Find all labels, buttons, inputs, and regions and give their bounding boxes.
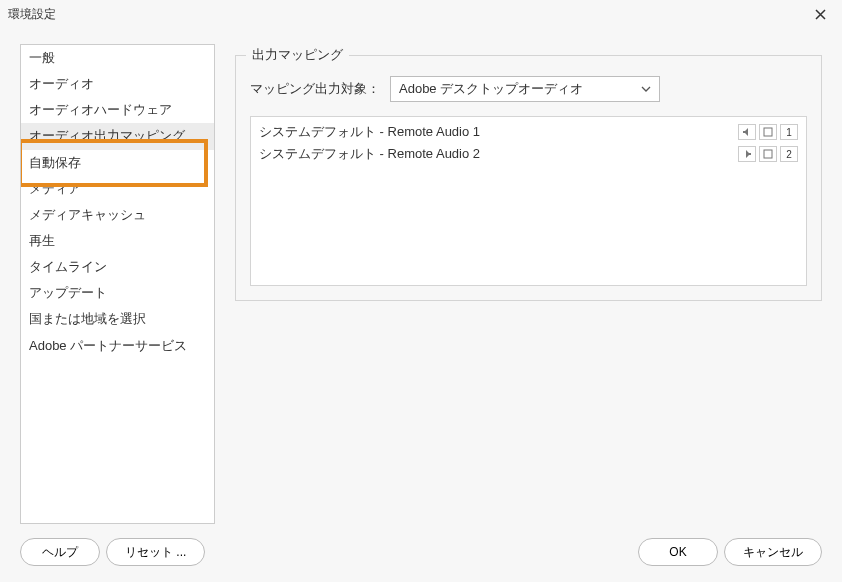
mapping-target-row: マッピング出力対象： Adobe デスクトップオーディオ (250, 76, 807, 102)
sidebar-item[interactable]: 一般 (21, 45, 214, 71)
chevron-down-icon (641, 84, 651, 94)
channel-icon[interactable] (759, 146, 777, 162)
footer-right: OK キャンセル (638, 538, 822, 566)
channel-icon[interactable] (759, 124, 777, 140)
svg-rect-1 (764, 150, 772, 158)
sidebar-item[interactable]: オーディオハードウェア (21, 97, 214, 123)
channel-number[interactable]: 2 (780, 146, 798, 162)
fieldset-legend: 出力マッピング (246, 46, 349, 64)
ok-button[interactable]: OK (638, 538, 718, 566)
sidebar-list: 一般オーディオオーディオハードウェアオーディオ出力マッピング自動保存メディアメデ… (21, 45, 214, 359)
mapping-list: システムデフォルト - Remote Audio 1 1 システムデフォルト -… (250, 116, 807, 286)
close-icon (815, 9, 826, 20)
close-button[interactable] (806, 0, 834, 28)
output-mapping-fieldset: 出力マッピング マッピング出力対象： Adobe デスクトップオーディオ システ… (235, 46, 822, 301)
sidebar-item[interactable]: オーディオ (21, 71, 214, 97)
sidebar-item[interactable]: メディアキャッシュ (21, 202, 214, 228)
cancel-button[interactable]: キャンセル (724, 538, 822, 566)
mapping-target-select[interactable]: Adobe デスクトップオーディオ (390, 76, 660, 102)
titlebar: 環境設定 (0, 0, 842, 28)
main-panel: 出力マッピング マッピング出力対象： Adobe デスクトップオーディオ システ… (235, 44, 822, 524)
sidebar-item[interactable]: 再生 (21, 228, 214, 254)
mapping-item-label: システムデフォルト - Remote Audio 1 (259, 123, 738, 141)
content-area: 一般オーディオオーディオハードウェアオーディオ出力マッピング自動保存メディアメデ… (0, 28, 842, 532)
footer: ヘルプ リセット ... OK キャンセル (0, 532, 842, 582)
sidebar-item[interactable]: Adobe パートナーサービス (21, 333, 214, 359)
mapping-item[interactable]: システムデフォルト - Remote Audio 1 1 (255, 121, 802, 143)
window-title: 環境設定 (8, 6, 806, 23)
sidebar-item[interactable]: オーディオ出力マッピング (21, 123, 214, 149)
speaker-left-icon[interactable] (738, 124, 756, 140)
mapping-item-label: システムデフォルト - Remote Audio 2 (259, 145, 738, 163)
mapping-item[interactable]: システムデフォルト - Remote Audio 2 2 (255, 143, 802, 165)
sidebar: 一般オーディオオーディオハードウェアオーディオ出力マッピング自動保存メディアメデ… (20, 44, 215, 524)
mapping-target-value: Adobe デスクトップオーディオ (399, 80, 583, 98)
channel-number[interactable]: 1 (780, 124, 798, 140)
mapping-item-icons: 2 (738, 146, 798, 162)
preferences-window: 環境設定 一般オーディオオーディオハードウェアオーディオ出力マッピング自動保存メ… (0, 0, 842, 582)
sidebar-item[interactable]: メディア (21, 176, 214, 202)
sidebar-item[interactable]: タイムライン (21, 254, 214, 280)
mapping-target-label: マッピング出力対象： (250, 80, 380, 98)
reset-button[interactable]: リセット ... (106, 538, 205, 566)
speaker-right-icon[interactable] (738, 146, 756, 162)
sidebar-item[interactable]: 自動保存 (21, 150, 214, 176)
sidebar-item[interactable]: 国または地域を選択 (21, 306, 214, 332)
mapping-item-icons: 1 (738, 124, 798, 140)
sidebar-item[interactable]: アップデート (21, 280, 214, 306)
help-button[interactable]: ヘルプ (20, 538, 100, 566)
footer-left: ヘルプ リセット ... (20, 538, 205, 566)
svg-rect-0 (764, 128, 772, 136)
